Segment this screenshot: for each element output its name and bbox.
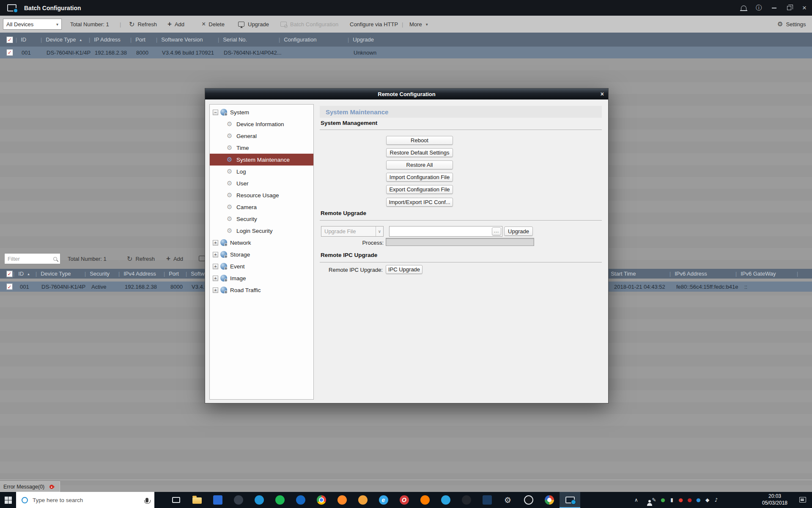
info-icon[interactable]: ⓘ	[751, 0, 766, 16]
restore-all-button[interactable]: Restore All	[386, 160, 453, 169]
col-software-version[interactable]: |Software Version	[156, 33, 203, 47]
col-device-type[interactable]: |Device Type▴	[41, 33, 82, 47]
minimize-button[interactable]	[766, 0, 782, 16]
tree-item-general[interactable]: General	[210, 130, 313, 142]
col-ipv6-address[interactable]: |IPv6 Address	[669, 269, 707, 279]
record-badge-icon[interactable]: ●	[685, 497, 694, 503]
tree-item-system[interactable]: − System	[210, 106, 313, 118]
tree-item-camera[interactable]: Camera	[210, 201, 313, 213]
microphone-icon[interactable]	[145, 498, 148, 502]
tree-item-event[interactable]: + Event	[210, 260, 313, 272]
caret-up-icon[interactable]: ∧	[632, 497, 641, 503]
battery-icon[interactable]: ▮	[667, 497, 676, 503]
refresh-button[interactable]: ↻Refresh	[129, 16, 157, 33]
red-badge-icon[interactable]: ●	[676, 497, 685, 503]
col-serial-no[interactable]: |Serial No.	[218, 33, 247, 47]
tree-expander-icon[interactable]: +	[213, 240, 218, 246]
taskbar-clock[interactable]: 20:03 05/03/2018	[755, 492, 794, 508]
clipped-toolbar-icon[interactable]	[199, 256, 205, 261]
vlc-icon[interactable]	[414, 492, 435, 508]
dark-round-app-icon[interactable]	[456, 492, 477, 508]
col-security[interactable]: |Security	[85, 269, 110, 279]
select-all-checkbox[interactable]: ✓	[6, 36, 13, 43]
action-center-icon[interactable]	[799, 497, 806, 502]
device-table-row[interactable]: ✓ 001 DS-7604NI-K1/4P 192.168.2.38 8000 …	[0, 47, 812, 58]
blue-badge-icon[interactable]: ●	[694, 497, 703, 503]
row-checkbox[interactable]: ✓	[6, 49, 13, 56]
configure-via-http-button[interactable]: Configure via HTTP	[350, 16, 398, 33]
tree-item-storage[interactable]: + Storage	[210, 248, 313, 260]
error-message-tab[interactable]: Error Message(0)	[0, 481, 60, 492]
opera-icon[interactable]: O	[394, 492, 414, 508]
amber-app-icon[interactable]	[352, 492, 373, 508]
navy-app-icon[interactable]	[477, 492, 497, 508]
export-configuration-file-button[interactable]: Export Configuration File	[386, 185, 453, 194]
tree-expander-icon[interactable]: +	[213, 276, 218, 281]
pin-icon[interactable]	[49, 483, 55, 489]
col-id[interactable]: |ID▴	[13, 269, 30, 279]
tree-item-user[interactable]: User	[210, 177, 313, 189]
select-all-checkbox[interactable]: ✓	[6, 271, 13, 277]
tree-item-login-security[interactable]: Login Security	[210, 225, 313, 237]
col-ip-address[interactable]: |IP Address	[89, 33, 121, 47]
tree-item-security[interactable]: Security	[210, 213, 313, 225]
maximize-button[interactable]	[782, 0, 797, 16]
upgrade-file-select[interactable]: Upgrade File ∨	[321, 226, 384, 237]
ie-icon[interactable]: e	[373, 492, 394, 508]
tree-expander-icon[interactable]: +	[213, 264, 218, 269]
filter-input[interactable]: Filter	[4, 253, 60, 264]
reboot-button[interactable]: Reboot	[386, 136, 453, 145]
dialog-close-button[interactable]: ×	[601, 88, 604, 99]
colorful-browser-icon[interactable]	[539, 492, 560, 508]
import-export-ipc-conf-button[interactable]: Import/Export IPC Conf...	[386, 198, 453, 207]
tree-item-image[interactable]: + Image	[210, 272, 313, 284]
batch-configuration-taskbar-icon[interactable]	[560, 492, 580, 508]
tree-item-device-information[interactable]: Device Information	[210, 118, 313, 130]
delete-button[interactable]: ×Delete	[202, 16, 225, 33]
tree-item-resource-usage[interactable]: Resource Usage	[210, 189, 313, 201]
col-configuration[interactable]: |Configuration	[279, 33, 316, 47]
skype-icon[interactable]	[249, 492, 269, 508]
restore-default-settings-button[interactable]: Restore Default Settings	[386, 148, 453, 157]
settings-button[interactable]: ⚙Settings	[777, 16, 806, 33]
upgrade-button[interactable]: Upgrade	[238, 16, 269, 33]
task-view-icon[interactable]	[166, 492, 187, 508]
col-port[interactable]: |Port	[130, 33, 145, 47]
lower-add-button[interactable]: +Add	[166, 253, 183, 264]
start-button[interactable]	[0, 492, 16, 508]
notification-bell-icon[interactable]	[736, 0, 751, 16]
add-button[interactable]: +Add	[167, 16, 184, 33]
taskbar-search-input[interactable]: Type here to search	[16, 492, 154, 508]
col-ipv6-gateway[interactable]: |IPv6 GateWay	[735, 269, 776, 279]
tree-expander-icon[interactable]: +	[213, 252, 218, 257]
tree-item-network[interactable]: + Network	[210, 237, 313, 248]
edge-blue-icon[interactable]	[290, 492, 311, 508]
tree-item-log[interactable]: Log	[210, 166, 313, 177]
close-button[interactable]: ×	[797, 0, 812, 16]
stylus-icon[interactable]: ✎	[650, 497, 658, 503]
dialog-upgrade-button[interactable]: Upgrade	[504, 226, 533, 236]
ipc-upgrade-button[interactable]: IPC Upgrade	[386, 265, 422, 274]
col-device-type[interactable]: |Device Type	[36, 269, 71, 279]
dark-app-icon[interactable]	[228, 492, 249, 508]
col-ipv4-address[interactable]: |IPv4 Address	[118, 269, 156, 279]
browse-button[interactable]: ...	[492, 227, 501, 235]
tree-item-road-traffic[interactable]: + Road Traffic	[210, 284, 313, 296]
chrome-icon[interactable]	[311, 492, 332, 508]
col-port[interactable]: |Port	[164, 269, 179, 279]
col-id[interactable]: |ID	[16, 33, 26, 47]
col-upgrade[interactable]: |Upgrade	[348, 33, 374, 47]
col-end[interactable]: |	[797, 269, 802, 279]
settings-gear-icon[interactable]: ⚙	[497, 492, 518, 508]
telegram-icon[interactable]	[435, 492, 456, 508]
upgrade-file-path-input[interactable]: ...	[389, 226, 502, 237]
tree-expander-icon[interactable]: −	[213, 110, 218, 115]
row-checkbox[interactable]: ✓	[6, 284, 13, 290]
import-configuration-file-button[interactable]: Import Configuration File	[386, 173, 453, 182]
lower-refresh-button[interactable]: ↻Refresh	[127, 253, 155, 264]
col-start-time[interactable]: |Start Time	[606, 269, 636, 279]
tree-item-system-maintenance[interactable]: System Maintenance	[210, 154, 313, 166]
spotify-icon[interactable]	[269, 492, 290, 508]
blue-app-icon[interactable]	[207, 492, 228, 508]
tree-expander-icon[interactable]: +	[213, 287, 218, 293]
